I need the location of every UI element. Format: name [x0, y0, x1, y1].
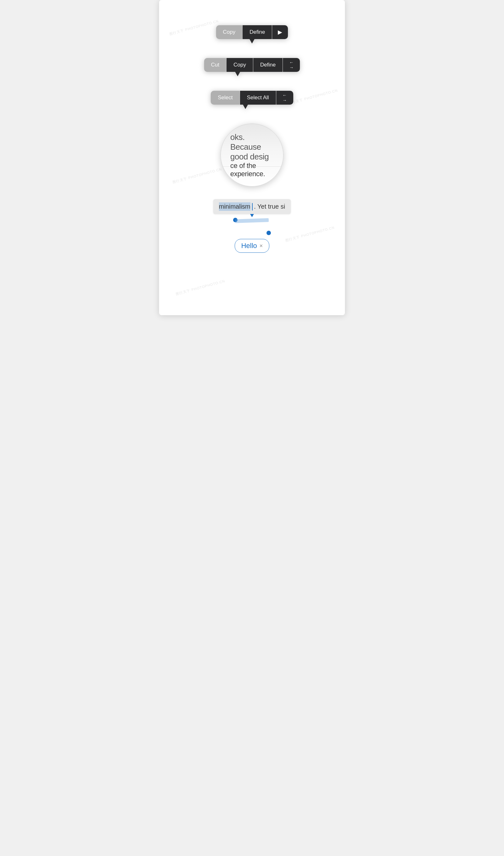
copy-button-2[interactable]: Copy [227, 58, 253, 72]
cut-button[interactable]: Cut [204, 58, 226, 72]
menu-tail [242, 104, 248, 109]
double-arrow-button-3[interactable]: ← → [276, 91, 293, 105]
magnifier-text-bottom: ce of the experience. [227, 162, 277, 178]
copy-button[interactable]: Copy [216, 25, 242, 39]
context-menu-2: Cut Copy Define ← → [204, 58, 300, 72]
magnifier-text-top: oks. Because good desig [227, 133, 277, 162]
text-cursor [252, 203, 253, 211]
menu-tail [249, 38, 255, 43]
magnifier-section: oks. Because good desig ce of the experi… [165, 124, 339, 187]
close-icon[interactable]: × [259, 243, 263, 249]
select-button[interactable]: Select [211, 91, 239, 105]
select-all-button[interactable]: Select All [240, 91, 276, 105]
page: 图行天下 PHOTOPHOTO.CN 图行天下 PHOTOPHOTO.CN 图行… [159, 0, 345, 315]
selection-bar[interactable]: minimalism. Yet true si [213, 199, 291, 214]
cursor-handle [250, 214, 254, 217]
text-selection-section: minimalism. Yet true si Hello × [165, 199, 339, 253]
define-button[interactable]: Define [242, 25, 272, 39]
watermark-5: 图行天下 PHOTOPHOTO.CN [175, 279, 226, 296]
menu-tail [235, 71, 240, 76]
right-arrow-icon: ▶ [278, 29, 282, 36]
watermark-1: 图行天下 PHOTOPHOTO.CN [169, 19, 219, 36]
hello-text: Hello [241, 242, 257, 250]
selection-line [235, 218, 269, 223]
right-arrow-icon: → [289, 65, 293, 70]
selection-handles [233, 218, 271, 235]
left-arrow-icon-2: ← [283, 93, 287, 98]
hello-tag[interactable]: Hello × [235, 239, 270, 253]
magnifier: oks. Because good desig ce of the experi… [220, 124, 284, 187]
magnifier-divider [221, 167, 283, 167]
context-menu-3: Select Select All ← → [211, 91, 293, 105]
watermark-2: 图行天下 PHOTOPHOTO.CN [288, 88, 338, 106]
selected-text: minimalism [219, 202, 250, 211]
more-arrow-button[interactable]: ▶ [272, 25, 288, 39]
double-arrow-button[interactable]: ← → [283, 58, 300, 72]
context-menu-1: Copy Define ▶ [216, 25, 288, 39]
text-after-cursor: . Yet true si [254, 203, 285, 210]
right-arrow-icon-2: → [283, 98, 287, 102]
right-handle[interactable] [267, 231, 271, 235]
left-arrow-icon: ← [289, 60, 293, 65]
define-button-2[interactable]: Define [253, 58, 283, 72]
